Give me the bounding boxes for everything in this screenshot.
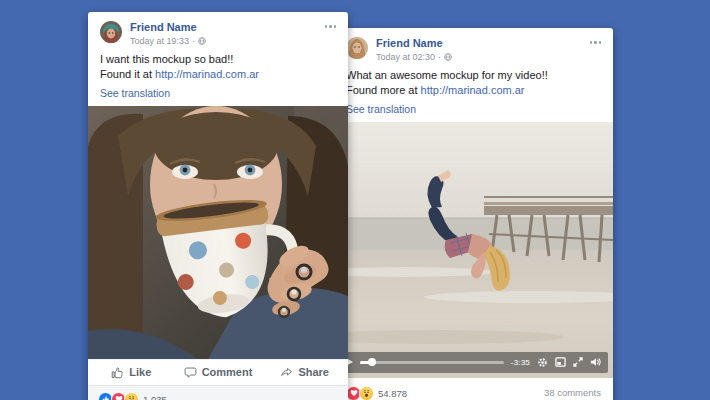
action-bar: Like Comment Share bbox=[88, 359, 348, 386]
avatar[interactable] bbox=[346, 37, 368, 59]
video-progress-bar[interactable] bbox=[360, 361, 504, 364]
video-player[interactable]: -3:35 bbox=[334, 122, 613, 378]
facebook-post-photo: Friend Name Today at 19:33 · I want this… bbox=[88, 12, 348, 400]
like-button[interactable]: Like bbox=[88, 360, 175, 385]
share-button[interactable]: Share bbox=[261, 360, 348, 385]
post-footer: 1.035 bbox=[88, 386, 348, 400]
see-translation-link[interactable]: See translation bbox=[88, 83, 348, 106]
pip-icon[interactable] bbox=[555, 357, 566, 367]
author-name[interactable]: Friend Name bbox=[130, 21, 317, 35]
post-text: I want this mockup so bad!! Found it at … bbox=[88, 49, 348, 83]
wow-reaction-icon[interactable] bbox=[124, 392, 139, 400]
reaction-count[interactable]: 1.035 bbox=[143, 394, 167, 400]
author-name[interactable]: Friend Name bbox=[376, 37, 582, 51]
engagement-row: 54.878 38 comments 2.729 sharings 100.54… bbox=[334, 378, 613, 400]
avatar[interactable] bbox=[100, 21, 122, 43]
comments-count[interactable]: 38 comments bbox=[539, 386, 601, 400]
wow-reaction-icon[interactable] bbox=[359, 386, 374, 400]
see-translation-link[interactable]: See translation bbox=[334, 99, 613, 122]
post-link[interactable]: http://marinad.com.ar bbox=[421, 84, 525, 96]
post-options-menu-icon[interactable] bbox=[590, 37, 602, 48]
video-controls-bar: -3:35 bbox=[339, 352, 608, 373]
facebook-post-video: Friend Name Today at 02:30 · What an awe… bbox=[334, 28, 613, 400]
post-link[interactable]: http://marinad.com.ar bbox=[155, 68, 259, 80]
reaction-icons[interactable] bbox=[346, 386, 372, 400]
video-time-remaining: -3:35 bbox=[511, 358, 530, 367]
meta-separator: · bbox=[192, 36, 195, 46]
page-background: Friend Name Today at 02:30 · What an awe… bbox=[0, 0, 710, 400]
post-timestamp: Today at 02:30 bbox=[376, 52, 435, 62]
volume-icon[interactable] bbox=[590, 357, 601, 367]
beach-backflip-video-frame bbox=[334, 122, 613, 378]
comment-button[interactable]: Comment bbox=[175, 360, 262, 385]
meta-separator: · bbox=[438, 52, 441, 62]
post-text: What an awesome mockup for my video!! Fo… bbox=[334, 65, 613, 99]
post-header: Friend Name Today at 19:33 · bbox=[88, 12, 348, 49]
settings-gear-icon[interactable] bbox=[537, 357, 548, 368]
reaction-icons[interactable] bbox=[98, 392, 137, 400]
reaction-count[interactable]: 54.878 bbox=[378, 388, 407, 399]
globe-privacy-icon bbox=[444, 53, 452, 61]
globe-privacy-icon bbox=[198, 37, 206, 45]
fullscreen-icon[interactable] bbox=[573, 357, 583, 367]
video-progress-knob[interactable] bbox=[368, 358, 376, 366]
post-options-menu-icon[interactable] bbox=[325, 21, 337, 32]
mug-photo[interactable] bbox=[88, 106, 348, 359]
post-header: Friend Name Today at 02:30 · bbox=[334, 28, 613, 65]
post-timestamp: Today at 19:33 bbox=[130, 36, 189, 46]
post-stats: 38 comments 2.729 sharings 100.543 views bbox=[539, 386, 601, 400]
